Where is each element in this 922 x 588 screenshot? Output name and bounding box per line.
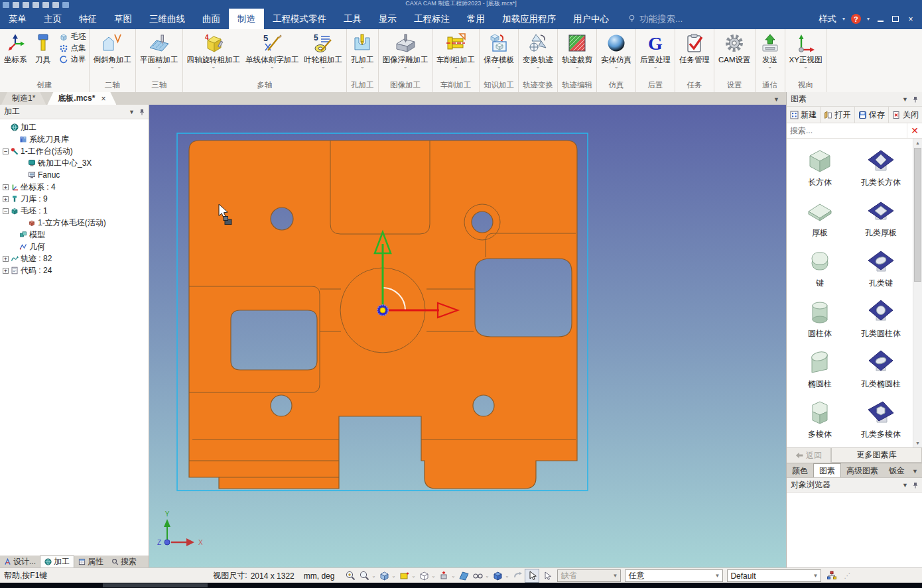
shaded-display-icon[interactable] xyxy=(491,569,504,582)
observe-mode-icon[interactable] xyxy=(471,569,484,582)
stock-display-icon[interactable] xyxy=(397,569,411,582)
tool-button[interactable]: 刀具 xyxy=(30,30,56,65)
chevron-down-icon[interactable]: ⌄ xyxy=(767,64,772,69)
chevron-down-icon[interactable]: ⌄ xyxy=(536,64,541,69)
tree-item-code[interactable]: + 代码 : 24 xyxy=(0,265,149,276)
chevron-down-icon[interactable]: ▾ xyxy=(842,16,845,22)
menu-item[interactable]: 工具 xyxy=(335,9,370,29)
minimize-button[interactable] xyxy=(876,15,885,24)
expand-icon[interactable]: + xyxy=(3,256,9,262)
chevron-down-icon[interactable]: ▾ xyxy=(867,16,870,22)
primitive-hole-ellipse-cylinder[interactable]: 孔类椭圆柱 xyxy=(850,343,911,393)
select-cursor-icon[interactable] xyxy=(525,569,539,583)
chevron-down-icon[interactable]: ⌄ xyxy=(485,573,490,579)
pin-icon[interactable] xyxy=(139,109,145,115)
chevron-down-icon[interactable]: ⌄ xyxy=(653,64,658,69)
chevron-down-icon[interactable]: ⌄ xyxy=(321,64,326,69)
resize-grip[interactable]: ⋰ xyxy=(844,572,851,579)
menu-item[interactable]: 菜单 xyxy=(0,9,35,29)
tree-item-coordinate-systems[interactable]: + 坐标系 : 4 xyxy=(0,181,149,193)
hierarchy-icon[interactable] xyxy=(825,569,838,582)
menu-item[interactable]: 特征 xyxy=(70,9,105,29)
chamfer-machining-button[interactable]: 倒斜角加工 ⌄ xyxy=(91,30,135,70)
tab-machining[interactable]: 加工 xyxy=(40,556,74,567)
chevron-down-icon[interactable]: ⌄ xyxy=(431,573,436,579)
tab-properties[interactable]: 属性 xyxy=(74,556,107,567)
tree-item-toolpaths[interactable]: + 轨迹 : 82 xyxy=(0,253,149,265)
menu-item[interactable]: 三维曲线 xyxy=(141,9,194,29)
chevron-down-icon[interactable]: ⌄ xyxy=(270,64,275,69)
chevron-down-icon[interactable]: ⌄ xyxy=(110,64,115,69)
chevron-down-icon[interactable]: ⌄ xyxy=(454,64,458,69)
chevron-down-icon[interactable]: ⌄ xyxy=(403,64,408,69)
panel-dropdown-icon[interactable]: ▼ xyxy=(902,482,908,489)
primitive-cylinder[interactable]: 圆柱体 xyxy=(789,292,850,343)
help-button[interactable]: ? xyxy=(851,14,861,24)
collapse-icon[interactable]: − xyxy=(3,148,9,154)
turning-rough-button[interactable]: 车削粗加工 ⌄ xyxy=(434,30,478,70)
chevron-down-icon[interactable]: ⌄ xyxy=(211,64,216,69)
primitive-cuboid[interactable]: 长方体 xyxy=(789,141,850,192)
collapse-icon[interactable]: − xyxy=(3,208,9,214)
tree-item-model[interactable]: 模型 xyxy=(0,229,149,241)
chevron-down-icon[interactable]: ⌄ xyxy=(451,573,456,579)
menu-item[interactable]: 主页 xyxy=(35,9,70,29)
menu-item[interactable]: 工程模式零件 xyxy=(264,9,335,29)
style-menu[interactable]: 样式 xyxy=(819,13,836,25)
tab-list-dropdown-icon[interactable]: ▼ xyxy=(773,96,786,105)
close-button[interactable]: × xyxy=(906,15,915,24)
tab-search[interactable]: 搜索 xyxy=(107,556,141,567)
menu-item[interactable]: 加载应用程序 xyxy=(494,9,564,29)
tree-item-controller[interactable]: Fanuc xyxy=(0,169,149,181)
chevron-down-icon[interactable]: ⌄ xyxy=(371,573,377,579)
impeller-rough-button[interactable]: 5 叶轮粗加工 ⌄ xyxy=(302,30,346,70)
scrollbar-thumb[interactable] xyxy=(914,148,921,282)
cam-settings-button[interactable]: CAM设置 xyxy=(716,30,754,65)
document-tab-active[interactable]: 底板.mcs* × xyxy=(47,92,116,105)
send-button[interactable]: 发送 ⌄ xyxy=(757,30,783,70)
tree-item-machining-root[interactable]: 加工 xyxy=(0,121,149,133)
pick-cursor-icon[interactable] xyxy=(540,569,553,582)
trim-path-button[interactable]: 轨迹裁剪 ⌄ xyxy=(559,30,595,70)
primitive-hole-cylinder[interactable]: 孔类圆柱体 xyxy=(850,292,911,343)
save-template-button[interactable]: 保存模板 ⌄ xyxy=(481,30,517,70)
style-combo[interactable]: Default ▼ xyxy=(727,569,821,582)
menu-item[interactable]: 曲面 xyxy=(194,9,229,29)
menu-item[interactable]: 工程标注 xyxy=(405,9,458,29)
coordinate-system-button[interactable]: 坐标系 xyxy=(1,30,30,65)
tab-primitives[interactable]: 图素 xyxy=(813,463,841,477)
feature-search[interactable]: 功能搜索... xyxy=(628,9,683,29)
panel-dropdown-icon[interactable]: ▼ xyxy=(129,109,135,115)
chevron-down-icon[interactable]: ⌄ xyxy=(391,573,397,579)
blank-button[interactable]: 毛坯 xyxy=(59,32,86,42)
scroll-down-icon[interactable]: ▼ xyxy=(913,439,922,447)
more-libraries-button[interactable]: 更多图素库 xyxy=(831,448,922,463)
close-tab-icon[interactable]: × xyxy=(101,94,105,103)
primitive-hole-key[interactable]: 孔类键 xyxy=(850,242,911,292)
tree-item-geometry[interactable]: 几何 xyxy=(0,241,149,253)
viewport-3d[interactable]: Y X Z xyxy=(149,105,786,567)
wireframe-engrave-button[interactable]: 5 单线体刻字加工 ⌄ xyxy=(243,30,302,70)
zoom-window-icon[interactable] xyxy=(358,569,371,582)
back-button[interactable]: 返回 xyxy=(787,448,831,463)
chevron-down-icon[interactable]: ⌄ xyxy=(505,573,510,579)
menu-item[interactable]: 用户中心 xyxy=(564,9,618,29)
chevron-down-icon[interactable]: ⌄ xyxy=(803,64,808,69)
expand-icon[interactable]: + xyxy=(3,268,9,274)
tree-item-stock-cube-active[interactable]: 1-立方体毛坯(活动) xyxy=(0,217,149,229)
planar-finish-button[interactable]: 平面精加工 ⌄ xyxy=(137,30,181,70)
xy-front-view-button[interactable]: XY正视图 ⌄ xyxy=(787,30,825,70)
tab-colors[interactable]: 颜色 xyxy=(787,464,813,477)
primitive-key[interactable]: 键 xyxy=(789,242,850,292)
pin-icon[interactable] xyxy=(913,96,918,103)
post-process-button[interactable]: G 后置处理 ⌄ xyxy=(637,30,673,70)
chevron-down-icon[interactable]: ⌄ xyxy=(497,64,501,69)
task-manager-button[interactable]: 任务管理 xyxy=(677,30,712,65)
menu-item[interactable]: 显示 xyxy=(370,9,405,29)
tree-item-system-tool-library[interactable]: 系统刀具库 xyxy=(0,133,149,145)
primitives-search-input[interactable] xyxy=(787,123,907,138)
tree-item-tool-magazine[interactable]: + 刀库 : 9 xyxy=(0,193,149,205)
tree-item-mill-center[interactable]: 铣加工中心_3X xyxy=(0,157,149,169)
close-library-button[interactable]: 关闭 xyxy=(889,107,922,123)
orientation-cube-icon[interactable] xyxy=(377,569,391,582)
